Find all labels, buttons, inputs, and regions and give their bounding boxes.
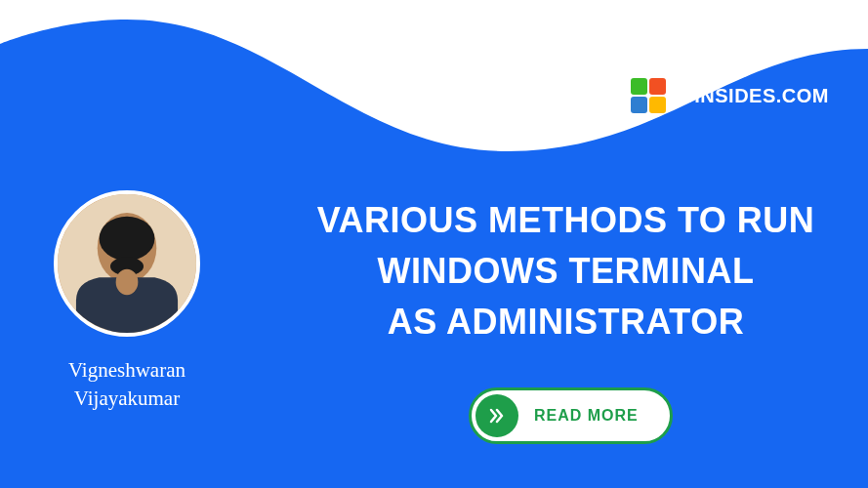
headline-line2: WINDOWS TERMINAL [378, 251, 755, 291]
author-avatar [54, 190, 200, 337]
brand-name: WINSIDES.COM [676, 85, 829, 107]
svg-point-2 [100, 217, 155, 261]
author-block: Vigneshwaran Vijayakumar [39, 190, 215, 414]
author-name: Vigneshwaran Vijayakumar [39, 356, 215, 414]
cta-container: READ MORE [469, 387, 673, 444]
article-headline: VARIOUS METHODS TO RUN WINDOWS TERMINAL … [264, 195, 868, 348]
read-more-button[interactable]: READ MORE [469, 387, 673, 444]
headline-line3: AS ADMINISTRATOR [388, 302, 744, 342]
headline-line1: VARIOUS METHODS TO RUN [317, 200, 815, 240]
author-name-line2: Vijayakumar [74, 386, 180, 410]
cta-label: READ MORE [534, 407, 639, 425]
chevron-right-icon [475, 394, 518, 437]
brand-logo[interactable]: WINSIDES.COM [631, 78, 829, 113]
author-name-line1: Vigneshwaran [68, 358, 186, 382]
svg-point-4 [116, 269, 139, 296]
windows-logo-icon [631, 78, 666, 113]
